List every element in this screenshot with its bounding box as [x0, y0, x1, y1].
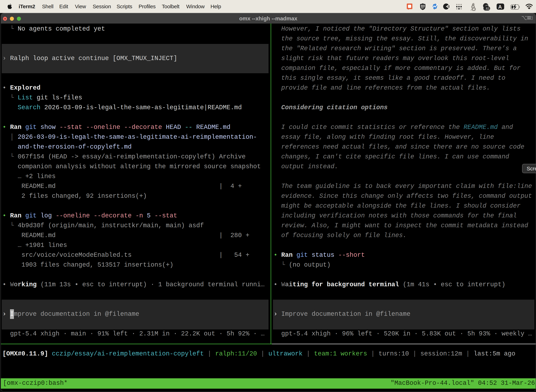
svg-text:1: 1 — [531, 16, 533, 21]
svg-text:A: A — [498, 4, 502, 10]
svg-text:..61: ..61 — [484, 7, 490, 10]
